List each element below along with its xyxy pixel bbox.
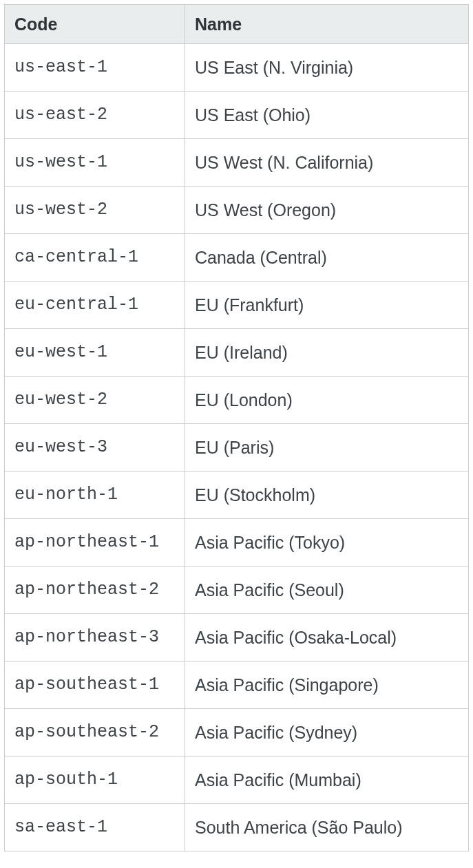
region-name: EU (Ireland) [185, 329, 469, 377]
table-row: ca-central-1Canada (Central) [5, 234, 469, 282]
table-row: ap-northeast-1Asia Pacific (Tokyo) [5, 519, 469, 567]
region-code: eu-north-1 [5, 472, 185, 519]
region-code: ap-southeast-1 [5, 661, 185, 709]
table-row: eu-north-1EU (Stockholm) [5, 472, 469, 519]
column-header-code: Code [5, 5, 185, 44]
region-code: eu-west-2 [5, 377, 185, 424]
region-name: South America (São Paulo) [185, 804, 469, 851]
table-row: eu-west-3EU (Paris) [5, 424, 469, 472]
region-name: Asia Pacific (Singapore) [185, 661, 469, 709]
table-row: eu-west-1EU (Ireland) [5, 329, 469, 377]
region-code: us-west-1 [5, 139, 185, 187]
region-code: eu-central-1 [5, 282, 185, 329]
region-code: us-west-2 [5, 187, 185, 234]
region-code: ap-southeast-2 [5, 709, 185, 756]
region-name: Asia Pacific (Mumbai) [185, 756, 469, 804]
region-name: EU (Paris) [185, 424, 469, 472]
region-code: ap-northeast-1 [5, 519, 185, 567]
region-code: ap-northeast-3 [5, 614, 185, 661]
region-name: Asia Pacific (Sydney) [185, 709, 469, 756]
region-code: sa-east-1 [5, 804, 185, 851]
region-code: us-east-2 [5, 92, 185, 139]
region-code: us-east-1 [5, 44, 185, 92]
table-row: ap-northeast-2Asia Pacific (Seoul) [5, 567, 469, 614]
region-name: US East (N. Virginia) [185, 44, 469, 92]
region-name: US West (Oregon) [185, 187, 469, 234]
region-name: Asia Pacific (Seoul) [185, 567, 469, 614]
region-name: EU (London) [185, 377, 469, 424]
table-row: us-west-2US West (Oregon) [5, 187, 469, 234]
region-name: US West (N. California) [185, 139, 469, 187]
regions-table: Code Name us-east-1US East (N. Virginia)… [4, 4, 469, 851]
table-row: sa-east-1South America (São Paulo) [5, 804, 469, 851]
table-row: us-east-2US East (Ohio) [5, 92, 469, 139]
table-row: ap-southeast-2Asia Pacific (Sydney) [5, 709, 469, 756]
region-name: Asia Pacific (Osaka-Local) [185, 614, 469, 661]
region-code: eu-west-3 [5, 424, 185, 472]
region-code: ap-south-1 [5, 756, 185, 804]
region-code: ca-central-1 [5, 234, 185, 282]
table-row: ap-northeast-3Asia Pacific (Osaka-Local) [5, 614, 469, 661]
column-header-name: Name [185, 5, 469, 44]
region-code: eu-west-1 [5, 329, 185, 377]
table-row: ap-south-1Asia Pacific (Mumbai) [5, 756, 469, 804]
table-row: eu-central-1EU (Frankfurt) [5, 282, 469, 329]
table-row: us-west-1US West (N. California) [5, 139, 469, 187]
table-row: us-east-1US East (N. Virginia) [5, 44, 469, 92]
region-name: Canada (Central) [185, 234, 469, 282]
region-name: US East (Ohio) [185, 92, 469, 139]
table-header-row: Code Name [5, 5, 469, 44]
region-code: ap-northeast-2 [5, 567, 185, 614]
table-row: eu-west-2EU (London) [5, 377, 469, 424]
table-row: ap-southeast-1Asia Pacific (Singapore) [5, 661, 469, 709]
region-name: EU (Stockholm) [185, 472, 469, 519]
region-name: EU (Frankfurt) [185, 282, 469, 329]
region-name: Asia Pacific (Tokyo) [185, 519, 469, 567]
